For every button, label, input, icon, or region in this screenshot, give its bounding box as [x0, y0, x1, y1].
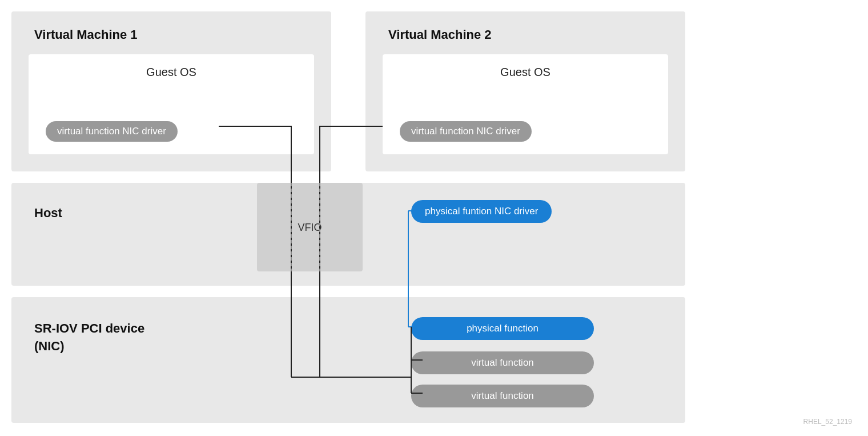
virtual-function-2-button: virtual function [411, 385, 594, 407]
virtual-function-1-button: virtual function [411, 351, 594, 374]
sriov-title-line2: (NIC) [34, 338, 144, 355]
sriov-title-line1: SR-IOV PCI device [34, 320, 144, 338]
physical-function-button: physical function [411, 317, 594, 340]
pf-nic-driver-button: physical funtion NIC driver [411, 200, 552, 223]
host-title: Host [34, 206, 62, 221]
vm2-vf-nic-driver: virtual function NIC driver [400, 121, 532, 142]
vm1-section: Virtual Machine 1 Guest OS virtual funct… [11, 11, 331, 171]
diagram-container: Virtual Machine 1 Guest OS virtual funct… [0, 0, 868, 436]
vm2-title: Virtual Machine 2 [388, 27, 492, 42]
vfio-label: VFIO [298, 221, 322, 233]
vm1-title: Virtual Machine 1 [34, 27, 138, 42]
vm1-vf-nic-driver: virtual function NIC driver [46, 121, 178, 142]
vm2-guest-os-label: Guest OS [383, 66, 668, 79]
vm2-section: Virtual Machine 2 Guest OS virtual funct… [365, 11, 685, 171]
watermark: RHEL_52_1219 [803, 418, 852, 426]
vm2-guest-box: Guest OS virtual function NIC driver [383, 54, 668, 154]
vm1-guest-box: Guest OS virtual function NIC driver [29, 54, 314, 154]
sriov-title: SR-IOV PCI device (NIC) [34, 320, 144, 355]
vfio-box: VFIO [257, 183, 363, 271]
vm1-guest-os-label: Guest OS [29, 66, 314, 79]
